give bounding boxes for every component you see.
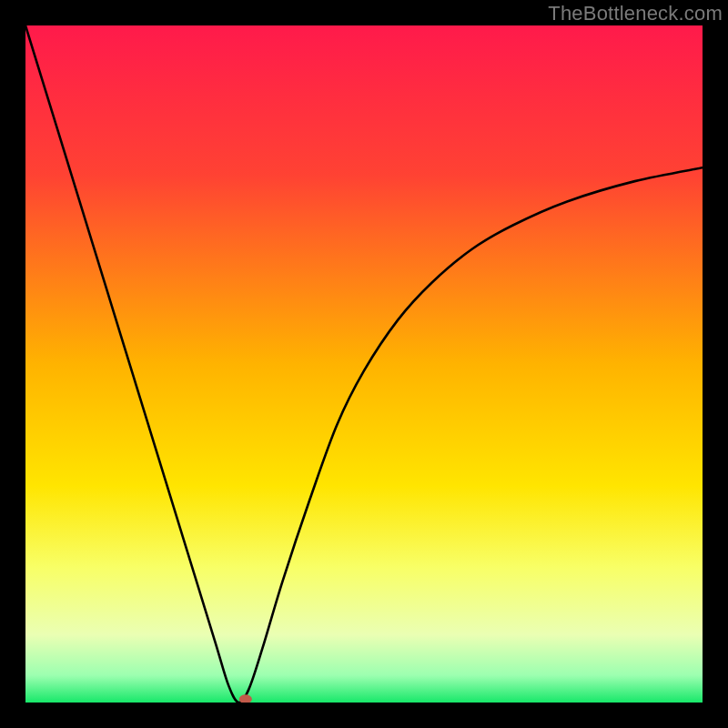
plot-background bbox=[25, 25, 703, 703]
chart-frame: TheBottleneck.com bbox=[0, 0, 728, 728]
watermark-text: TheBottleneck.com bbox=[548, 2, 723, 25]
bottleneck-plot bbox=[25, 25, 703, 703]
